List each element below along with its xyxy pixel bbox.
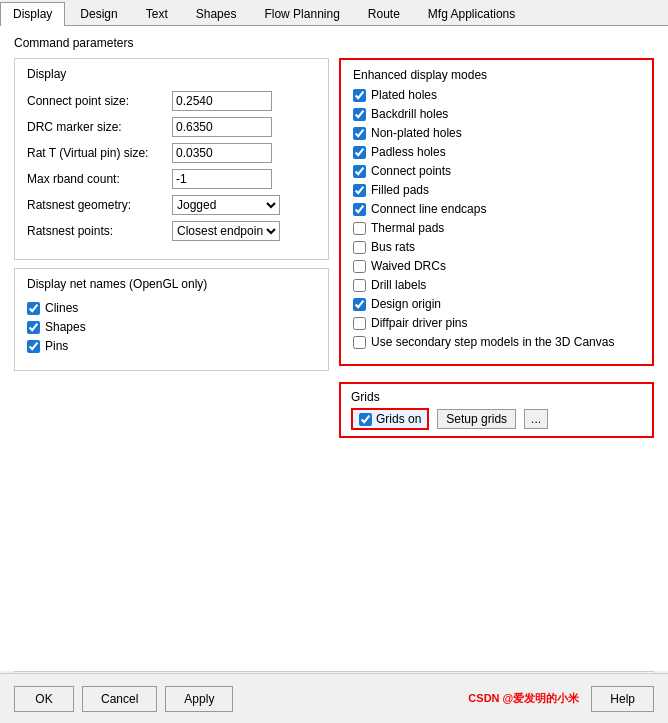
padless-holes-checkbox[interactable]	[353, 146, 366, 159]
grids-on-checkbox[interactable]	[359, 413, 372, 426]
field-row-drc-marker: DRC marker size:	[27, 117, 316, 137]
backdrill-holes-label: Backdrill holes	[371, 107, 448, 121]
field-row-ratsnest-points: Ratsnest points: Closest endpoint Jogged	[27, 221, 316, 241]
connect-line-endcaps-checkbox[interactable]	[353, 203, 366, 216]
filled-pads-label: Filled pads	[371, 183, 429, 197]
tab-route[interactable]: Route	[355, 2, 413, 25]
filled-pads-row: Filled pads	[353, 183, 640, 197]
backdrill-holes-checkbox[interactable]	[353, 108, 366, 121]
bottom-bar: OK Cancel Apply CSDN @爱发明的小米 Help	[0, 673, 668, 723]
secondary-step-row: Use secondary step models in the 3D Canv…	[353, 335, 640, 349]
bus-rats-checkbox[interactable]	[353, 241, 366, 254]
grids-dots-button[interactable]: ...	[524, 409, 548, 429]
grids-group: Grids Grids on Setup grids ...	[339, 382, 654, 438]
connect-line-endcaps-row: Connect line endcaps	[353, 202, 640, 216]
enhanced-modes-label: Enhanced display modes	[353, 68, 640, 82]
pins-row: Pins	[27, 339, 316, 353]
connect-point-label: Connect point size:	[27, 94, 172, 108]
tab-bar: Display Design Text Shapes Flow Planning…	[0, 0, 668, 26]
bus-rats-row: Bus rats	[353, 240, 640, 254]
rat-t-label: Rat T (Virtual pin) size:	[27, 146, 172, 160]
waived-drcs-row: Waived DRCs	[353, 259, 640, 273]
field-row-ratsnest-geometry: Ratsnest geometry: Jogged Closest endpoi…	[27, 195, 316, 215]
drill-labels-label: Drill labels	[371, 278, 426, 292]
field-row-connect-point: Connect point size:	[27, 91, 316, 111]
thermal-pads-label: Thermal pads	[371, 221, 444, 235]
section-title: Command parameters	[14, 36, 654, 50]
help-button[interactable]: Help	[591, 686, 654, 712]
shapes-row: Shapes	[27, 320, 316, 334]
ratsnest-geometry-select[interactable]: Jogged Closest endpoint	[172, 195, 280, 215]
ok-button[interactable]: OK	[14, 686, 74, 712]
secondary-step-label: Use secondary step models in the 3D Canv…	[371, 335, 614, 349]
display-group: Display Connect point size: DRC marker s…	[14, 58, 329, 260]
shapes-label: Shapes	[45, 320, 86, 334]
ratsnest-points-select[interactable]: Closest endpoint Jogged	[172, 221, 280, 241]
grids-section-label: Grids	[351, 390, 642, 404]
field-row-max-rband: Max rband count:	[27, 169, 316, 189]
padless-holes-label: Padless holes	[371, 145, 446, 159]
main-content: Command parameters Display Connect point…	[0, 26, 668, 671]
non-plated-holes-row: Non-plated holes	[353, 126, 640, 140]
connect-line-endcaps-label: Connect line endcaps	[371, 202, 486, 216]
tab-text[interactable]: Text	[133, 2, 181, 25]
ratsnest-geometry-label: Ratsnest geometry:	[27, 198, 172, 212]
max-rband-input[interactable]	[172, 169, 272, 189]
connect-point-input[interactable]	[172, 91, 272, 111]
thermal-pads-checkbox[interactable]	[353, 222, 366, 235]
apply-button[interactable]: Apply	[165, 686, 233, 712]
display-group-label: Display	[27, 67, 316, 81]
tab-design[interactable]: Design	[67, 2, 130, 25]
tab-display[interactable]: Display	[0, 2, 65, 26]
diffpair-driver-checkbox[interactable]	[353, 317, 366, 330]
diffpair-driver-label: Diffpair driver pins	[371, 316, 467, 330]
filled-pads-checkbox[interactable]	[353, 184, 366, 197]
grids-inner: Grids on Setup grids ...	[351, 408, 642, 430]
drill-labels-row: Drill labels	[353, 278, 640, 292]
pins-checkbox[interactable]	[27, 340, 40, 353]
connect-points-checkbox[interactable]	[353, 165, 366, 178]
two-col-layout: Display Connect point size: DRC marker s…	[14, 58, 654, 438]
drc-marker-input[interactable]	[172, 117, 272, 137]
setup-grids-button[interactable]: Setup grids	[437, 409, 516, 429]
non-plated-holes-checkbox[interactable]	[353, 127, 366, 140]
clines-checkbox[interactable]	[27, 302, 40, 315]
net-names-group: Display net names (OpenGL only) Clines S…	[14, 268, 329, 371]
right-panel: Enhanced display modes Plated holes Back…	[339, 58, 654, 438]
max-rband-label: Max rband count:	[27, 172, 172, 186]
design-origin-label: Design origin	[371, 297, 441, 311]
watermark: CSDN @爱发明的小米	[468, 691, 579, 706]
clines-label: Clines	[45, 301, 78, 315]
grids-on-container: Grids on	[351, 408, 429, 430]
connect-points-label: Connect points	[371, 164, 451, 178]
plated-holes-checkbox[interactable]	[353, 89, 366, 102]
clines-row: Clines	[27, 301, 316, 315]
design-origin-row: Design origin	[353, 297, 640, 311]
cancel-button[interactable]: Cancel	[82, 686, 157, 712]
net-names-label: Display net names (OpenGL only)	[27, 277, 316, 291]
non-plated-holes-label: Non-plated holes	[371, 126, 462, 140]
bus-rats-label: Bus rats	[371, 240, 415, 254]
tab-flow-planning[interactable]: Flow Planning	[251, 2, 352, 25]
tab-mfg-applications[interactable]: Mfg Applications	[415, 2, 528, 25]
secondary-step-checkbox[interactable]	[353, 336, 366, 349]
field-row-rat-t: Rat T (Virtual pin) size:	[27, 143, 316, 163]
drc-marker-label: DRC marker size:	[27, 120, 172, 134]
diffpair-driver-row: Diffpair driver pins	[353, 316, 640, 330]
right-panel-inner: Enhanced display modes Plated holes Back…	[339, 58, 654, 438]
drill-labels-checkbox[interactable]	[353, 279, 366, 292]
rat-t-input[interactable]	[172, 143, 272, 163]
padless-holes-row: Padless holes	[353, 145, 640, 159]
tab-shapes[interactable]: Shapes	[183, 2, 250, 25]
waived-drcs-checkbox[interactable]	[353, 260, 366, 273]
shapes-checkbox[interactable]	[27, 321, 40, 334]
connect-points-row: Connect points	[353, 164, 640, 178]
grids-on-label: Grids on	[376, 412, 421, 426]
enhanced-modes-group: Enhanced display modes Plated holes Back…	[339, 58, 654, 366]
backdrill-holes-row: Backdrill holes	[353, 107, 640, 121]
design-origin-checkbox[interactable]	[353, 298, 366, 311]
plated-holes-row: Plated holes	[353, 88, 640, 102]
waived-drcs-label: Waived DRCs	[371, 259, 446, 273]
ratsnest-points-label: Ratsnest points:	[27, 224, 172, 238]
thermal-pads-row: Thermal pads	[353, 221, 640, 235]
